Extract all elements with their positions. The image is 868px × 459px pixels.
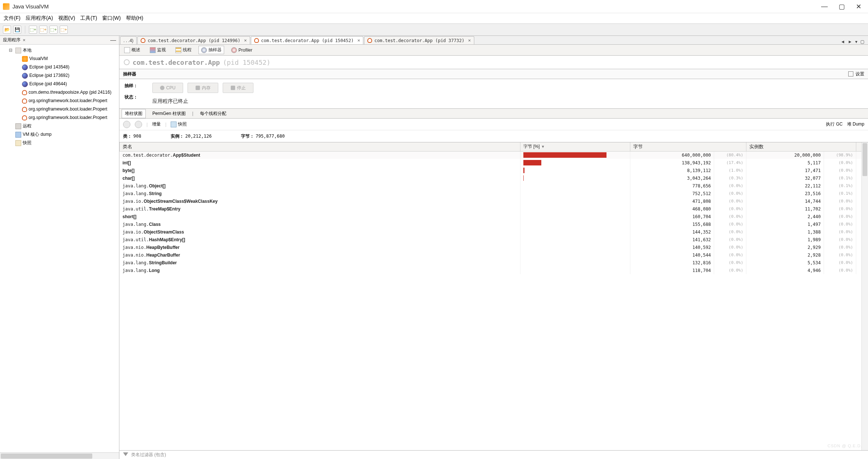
menu-help[interactable]: 帮助(H) [126,15,143,22]
applications-tree[interactable]: ⊟本地 VisualVM Eclipse (pid 143548) Eclips… [0,45,119,459]
subtab-permgen[interactable]: PermGen 柱状图 [149,109,189,118]
table-row[interactable]: short[]160,704(0.0%)2,440(0.0%) [120,213,868,220]
toolbar-save-icon[interactable]: 💾 [13,26,21,34]
view-threads[interactable]: 线程 [173,46,194,54]
tree-spring-2[interactable]: org.springframework.boot.loader.Propert [1,105,119,113]
toolbar-add-host-icon[interactable]: ⬚+ [29,26,37,34]
tab-list-icon[interactable]: ▾ [855,39,857,44]
filter-icon [123,452,128,458]
perform-gc-button[interactable]: 执行 GC [826,121,842,127]
menu-applications[interactable]: 应用程序(A) [26,15,53,22]
table-row[interactable]: java.io.ObjectStreamClass$WeakClassKey47… [120,197,868,205]
tree-eclipse-2[interactable]: Eclipse (pid 173692) [1,71,119,80]
cell-bytes-pct: (0.0%) [714,190,746,197]
close-icon[interactable]: × [244,38,247,43]
table-row[interactable]: java.lang.Long118,704(0.0%)4,946(0.0%) [120,266,868,274]
toolbar-add-snapshot-icon[interactable]: ⬚+ [60,26,68,34]
refresh-icon[interactable] [123,121,130,128]
cell-instances: 32,077 [746,174,824,182]
tree-eclipse-3[interactable]: Eclipse (pid 49644) [1,80,119,88]
view-monitor[interactable]: 监视 [147,46,168,54]
tab-next-icon[interactable]: ► [848,39,852,44]
heap-dump-button[interactable]: 堆 Dump [847,121,864,127]
cell-bytes-pct: (0.0%) [714,243,746,251]
view-sampler[interactable]: 抽样器 [199,46,224,54]
autorefresh-icon[interactable] [135,121,142,128]
table-row[interactable]: java.io.ObjectStreamClass144,352(0.0%)1,… [120,228,868,236]
cell-bar [520,220,630,228]
menu-file[interactable]: 文件(F) [4,15,21,22]
menu-view[interactable]: 视图(V) [58,15,75,22]
tab-overflow[interactable]: . . .4) [120,36,137,44]
cell-instances: 4,946 [746,266,824,274]
cell-instances: 22,112 [746,182,824,190]
doc-tab-2[interactable]: com.test.decorator.App (pid 150452)× [251,36,363,44]
table-row[interactable]: java.lang.Class155,688(0.0%)1,497(0.0%) [120,220,868,228]
tree-visualvm[interactable]: VisualVM [1,55,119,63]
close-icon[interactable]: × [357,38,360,43]
view-profiler[interactable]: Profiler [229,46,255,54]
close-icon[interactable]: × [468,38,471,43]
doc-tab-1[interactable]: com.test.decorator.App (pid 124996)× [137,36,250,44]
bytes-label: 字节： [241,134,254,139]
tree-app-demo[interactable]: com.demo.threadpoolsize.App (pid 24116) [1,88,119,97]
table-row[interactable]: java.lang.String752,512(0.0%)23,516(0.1%… [120,190,868,197]
cell-bar [520,243,630,251]
doc-tab-3[interactable]: com.test.decorator.App (pid 37732)× [364,36,474,44]
table-row[interactable]: java.util.HashMap$Entry[]141,632(0.0%)1,… [120,236,868,243]
sidebar-tab-label[interactable]: 应用程序 [3,37,21,43]
sidebar-close-icon[interactable]: × [23,37,26,43]
col-bytes[interactable]: 字节 [630,142,746,151]
toolbar-add-coredump-icon[interactable]: ⬚+ [49,26,58,34]
tree-snapshot[interactable]: 快照 [1,139,119,147]
delta-button[interactable]: 增量 [152,121,161,127]
snapshot-button[interactable]: 快照 [171,121,187,127]
table-row[interactable]: java.lang.StringBuilder132,816(0.0%)5,53… [120,259,868,266]
view-overview[interactable]: 概述 [122,46,143,54]
table-row[interactable]: java.lang.Object[]778,656(0.0%)22,112(0.… [120,182,868,190]
class-filter[interactable]: 类名过滤器 (包含) [119,450,868,459]
cell-inst-pct: (0.0%) [824,236,856,243]
subtab-threadalloc[interactable]: 每个线程分配 [197,109,229,118]
sidebar-minimize-icon[interactable]: — [110,37,116,44]
tab-prev-icon[interactable]: ◄ [841,39,845,44]
table-row[interactable]: com.test.decorator.App$Student640,000,00… [120,151,868,159]
tree-local[interactable]: ⊟本地 [1,46,119,55]
col-classname[interactable]: 类名 [120,142,520,151]
cell-instances: 1,388 [746,228,824,236]
toolbar-add-jmx-icon[interactable]: ⬚+ [39,26,47,34]
menu-window[interactable]: 窗口(W) [102,15,121,22]
maximize-button[interactable]: ▢ [839,3,845,11]
minimize-button[interactable]: — [821,3,828,11]
menubar: 文件(F) 应用程序(A) 视图(V) 工具(T) 窗口(W) 帮助(H) [0,13,868,23]
cpu-button[interactable]: CPU [152,83,183,93]
table-row[interactable]: java.nio.HeapCharBuffer140,544(0.0%)2,92… [120,251,868,259]
tree-coredump[interactable]: VM 核心 dump [1,130,119,139]
table-row[interactable]: char[]3,043,264(0.3%)32,077(0.1%) [120,174,868,182]
table-row[interactable]: java.nio.HeapByteBuffer140,592(0.0%)2,92… [120,243,868,251]
settings-checkbox[interactable]: 设置 [848,71,864,77]
cell-bytes-pct: (17.4%) [714,159,746,167]
close-button[interactable]: ✕ [856,3,861,11]
table-row[interactable]: int[]138,943,192(17.4%)5,117(0.0%) [120,159,868,167]
table-vscrollbar[interactable] [861,142,868,459]
eclipse-icon [22,64,28,70]
table-row[interactable]: java.util.TreeMap$Entry468,080(0.0%)11,7… [120,205,868,213]
tree-spring-1[interactable]: org.springframework.boot.loader.Propert [1,97,119,105]
col-instances[interactable]: 实例数 [746,142,856,151]
tree-remote[interactable]: 远程 [1,122,119,130]
cell-instances: 5,117 [746,159,824,167]
cell-bytes: 752,512 [630,190,714,197]
tab-maximize-icon[interactable]: ▢ [860,39,864,44]
tree-spring-3[interactable]: org.springframework.boot.loader.Propert [1,113,119,122]
stop-button[interactable]: 停止 [223,83,253,93]
cell-bytes: 144,352 [630,228,714,236]
toolbar-open-icon[interactable]: 📂 [3,26,11,34]
tree-eclipse-1[interactable]: Eclipse (pid 143548) [1,63,119,71]
menu-tools[interactable]: 工具(T) [80,15,97,22]
sidebar-hscrollbar[interactable] [0,452,119,459]
subtab-heap[interactable]: 堆柱状图 [122,109,146,118]
memory-button[interactable]: 内存 [188,83,218,93]
col-bytes-pct[interactable]: 字节 [%]▼ [520,142,630,151]
table-row[interactable]: byte[]8,139,112(1.0%)17,471(0.0%) [120,167,868,174]
